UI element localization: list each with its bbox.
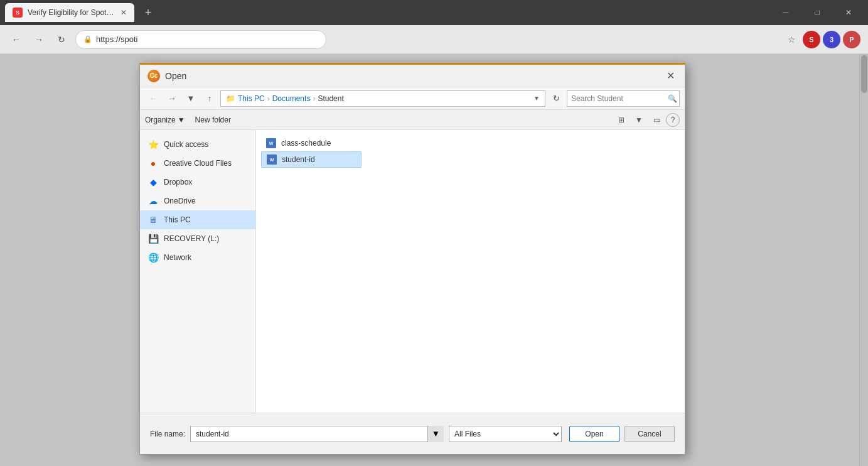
profile-avatar[interactable]: P (843, 31, 860, 48)
breadcrumb-root-icon: 📁 (226, 94, 235, 103)
network-icon: 🌐 (147, 252, 159, 263)
recovery-icon: 💾 (147, 234, 159, 244)
filename-label: File name: (150, 430, 185, 438)
student-id-icon: W (267, 154, 277, 165)
file-name-class-schedule: class-schedule (281, 139, 331, 148)
dialog-nav-toolbar: ← → ▼ ↑ 📁 This PC › Documents › Student … (140, 87, 685, 110)
maximize-button[interactable]: □ (803, 3, 832, 22)
view-thumbnails-btn[interactable]: ⊞ (613, 112, 630, 128)
dialog-back-button[interactable]: ← (145, 90, 161, 107)
extension-icon-1[interactable]: S (803, 31, 820, 48)
bookmark-button[interactable]: ☆ (783, 31, 800, 48)
search-icon-button[interactable]: 🔍 (668, 94, 677, 103)
sidebar-item-label-this-pc: This PC (164, 215, 191, 224)
refresh-button[interactable]: ↻ (53, 31, 70, 48)
organize-label: Organize (145, 116, 176, 124)
organize-button[interactable]: Organize ▼ (145, 116, 185, 124)
forward-button[interactable]: → (30, 31, 48, 48)
file-name-student-id: student-id (282, 155, 315, 164)
cancel-button[interactable]: Cancel (624, 426, 675, 442)
onedrive-icon: ☁ (147, 196, 159, 206)
dialog-close-button[interactable]: ✕ (663, 69, 677, 83)
breadcrumb-sep-1: › (267, 94, 270, 103)
breadcrumb-refresh-btn[interactable]: ↻ (548, 90, 564, 107)
minimize-button[interactable]: ─ (771, 3, 800, 22)
organize-chevron-icon: ▼ (178, 116, 185, 124)
sidebar-item-label-onedrive: OneDrive (164, 197, 196, 205)
breadcrumb-documents[interactable]: Documents (272, 94, 311, 103)
sidebar-item-quick-access[interactable]: ⭐ Quick access (140, 135, 255, 154)
dialog-body: ⭐ Quick access ● Creative Cloud Files ◆ … (140, 130, 685, 413)
file-item-class-schedule[interactable]: W class-schedule (261, 135, 362, 151)
breadcrumb-student[interactable]: Student (318, 94, 343, 103)
dialog-dropdown-button[interactable]: ▼ (183, 90, 199, 107)
sidebar-item-creative-cloud[interactable]: ● Creative Cloud Files (140, 154, 255, 173)
close-window-button[interactable]: ✕ (834, 3, 863, 22)
dialog-files-area: W class-schedule W student-id (256, 130, 685, 413)
dropbox-icon: ◆ (147, 177, 159, 187)
dialog-sidebar: ⭐ Quick access ● Creative Cloud Files ◆ … (140, 130, 256, 413)
tab-favicon: S (13, 8, 23, 18)
sidebar-item-this-pc[interactable]: 🖥 This PC (140, 210, 255, 229)
class-schedule-icon: W (266, 138, 276, 148)
dialog-forward-button[interactable]: → (164, 90, 180, 107)
tab-title: Verify Eligibility for Spotify Stude (28, 8, 115, 17)
help-button[interactable]: ? (666, 113, 680, 127)
view-controls: ⊞ ▼ ▭ ? (613, 112, 680, 128)
search-input[interactable] (571, 94, 665, 103)
sidebar-item-network[interactable]: 🌐 Network (140, 248, 255, 267)
sidebar-item-dropbox[interactable]: ◆ Dropbox (140, 173, 255, 192)
breadcrumb-dropdown-btn[interactable]: ▼ (533, 95, 540, 102)
sidebar-item-label-creative-cloud: Creative Cloud Files (164, 159, 232, 168)
browser-tab[interactable]: S Verify Eligibility for Spotify Stude ✕ (5, 3, 134, 22)
dialog-footer: File name: ▼ All Files (140, 413, 685, 454)
search-box: 🔍 (567, 90, 680, 107)
new-tab-button[interactable]: + (139, 4, 157, 21)
sidebar-item-label-recovery: RECOVERY (L:) (164, 234, 219, 243)
dialog-actionbar: Organize ▼ New folder ⊞ ▼ ▭ ? (140, 110, 685, 130)
dialog-titlebar: Cc Open ✕ (140, 65, 685, 87)
ssl-icon: 🔒 (83, 35, 92, 43)
breadcrumb-sep-2: › (313, 94, 315, 103)
view-dropdown-btn[interactable]: ▼ (631, 112, 647, 128)
sidebar-item-label-quick-access: Quick access (164, 140, 208, 149)
dialog-app-icon: Cc (147, 70, 160, 82)
view-preview-btn[interactable]: ▭ (648, 112, 665, 128)
back-button[interactable]: ← (8, 31, 25, 48)
extension-icon-2[interactable]: 3 (823, 31, 840, 48)
dialog-overlay: Cc Open ✕ ← → ▼ ↑ 📁 This PC › Documents … (0, 54, 868, 466)
file-item-student-id[interactable]: W student-id (261, 151, 362, 168)
dialog-title: Open (165, 71, 663, 81)
breadcrumb-bar: 📁 This PC › Documents › Student ▼ (220, 90, 545, 107)
browser-background: S Verify Eligibility for Spotify Stude ✕… (0, 0, 868, 466)
open-file-dialog: Cc Open ✕ ← → ▼ ↑ 📁 This PC › Documents … (139, 63, 685, 455)
creative-cloud-icon: ● (147, 158, 159, 168)
browser-addressbar: ← → ↻ 🔒 https://spoti ☆ S 3 P (0, 25, 868, 54)
breadcrumb-this-pc[interactable]: This PC (238, 94, 265, 103)
browser-titlebar: S Verify Eligibility for Spotify Stude ✕… (0, 0, 868, 25)
filename-dropdown-btn[interactable]: ▼ (427, 426, 444, 442)
filename-input[interactable] (190, 426, 444, 442)
sidebar-item-label-dropbox: Dropbox (164, 178, 192, 187)
address-bar[interactable]: 🔒 https://spoti (75, 30, 326, 49)
filetype-select[interactable]: All Files (449, 426, 562, 442)
open-button[interactable]: Open (569, 426, 619, 442)
sidebar-item-recovery[interactable]: 💾 RECOVERY (L:) (140, 229, 255, 248)
dialog-up-button[interactable]: ↑ (201, 90, 218, 107)
this-pc-icon: 🖥 (147, 215, 159, 225)
dialog-icon-text: Cc (150, 72, 158, 79)
sidebar-item-onedrive[interactable]: ☁ OneDrive (140, 192, 255, 210)
new-folder-button[interactable]: New folder (190, 114, 236, 126)
window-controls: ─ □ ✕ (771, 3, 863, 22)
tab-close-icon[interactable]: ✕ (121, 8, 127, 17)
sidebar-item-label-network: Network (164, 253, 191, 262)
quick-access-icon: ⭐ (147, 139, 159, 149)
browser-actions: ☆ S 3 P (783, 31, 860, 48)
address-text: https://spoti (96, 35, 137, 44)
